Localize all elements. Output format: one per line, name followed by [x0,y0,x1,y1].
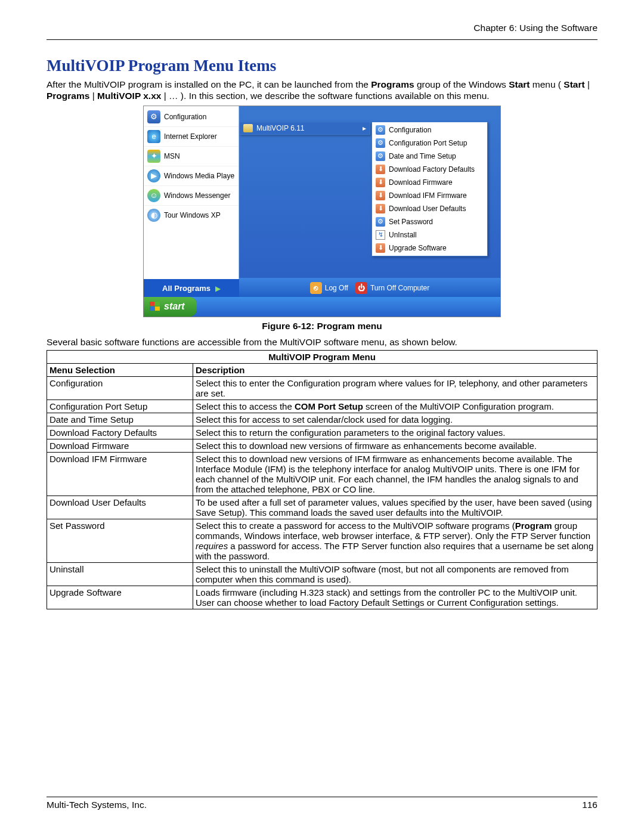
program-item-tour[interactable]: ◐ Tour Windows XP [144,206,239,225]
cell-menu: Uninstall [47,563,193,586]
cell-menu: Download User Defaults [47,496,193,519]
submenu-item-configuration[interactable]: ⚙Configuration [372,123,487,137]
program-item-wmp[interactable]: ▶ Windows Media Playe [144,166,239,186]
program-item-messenger[interactable]: ☺ Windows Messenger [144,186,239,206]
program-label: Configuration [164,113,206,121]
cell-desc: Loads firmware (including H.323 stack) a… [193,586,597,609]
msn-icon: ✦ [147,150,160,163]
download-icon: ⬇ [376,191,385,200]
path-pipe: | [587,79,590,89]
chevron-right-icon: ▸ [363,124,366,132]
tour-icon: ◐ [147,209,160,222]
table-row: Configuration Select this to enter the C… [47,377,597,400]
logoff-icon: ⎋ [310,282,322,294]
start-button[interactable]: start [144,297,197,317]
logoff-bar: ⎋ Log Off ⏻ Turn Off Computer [239,278,500,298]
item-label: Download Firmware [389,178,453,187]
submenu-item-date-time[interactable]: ⚙Date and Time Setup [372,150,487,163]
path-pipe: | [92,91,97,101]
program-label: Internet Explorer [164,132,217,141]
cell-menu: Upgrade Software [47,586,193,609]
page-footer: Multi-Tech Systems, Inc. 116 [47,797,597,810]
table-row: Download Firmware Select this to downloa… [47,439,597,453]
power-icon: ⏻ [355,282,367,294]
turnoff-button[interactable]: ⏻ Turn Off Computer [355,282,429,294]
submenu-multivoip: MultiVOIP 6.11 ▸ [239,122,370,135]
taskbar: start [144,297,500,317]
messenger-icon: ☺ [147,189,160,202]
cell-desc: Select this to uninstall the MultiVOIP s… [193,563,597,586]
programs-bold: Programs [371,79,414,89]
submenu-item-download-user[interactable]: ⬇Download User Defaults [372,202,487,215]
cell-desc: Select this for access to set calendar/c… [193,413,597,426]
page-title: MultiVOIP Program Menu Items [47,57,597,75]
between-paragraph: Several basic software functions are acc… [47,336,597,348]
turnoff-label: Turn Off Computer [370,284,429,292]
item-label: Upgrade Software [389,244,447,252]
start-menu-screenshot: ⚙ Configuration e Internet Explorer ✦ MS… [143,106,501,317]
desc-text: Select this to access the [196,401,295,411]
program-item-configuration[interactable]: ⚙ Configuration [144,107,239,127]
col-header-desc: Description [193,364,597,377]
cell-menu: Download IFM Firmware [47,453,193,496]
program-item-ie[interactable]: e Internet Explorer [144,127,239,147]
item-label: Download Factory Defaults [389,165,475,174]
cell-menu: Date and Time Setup [47,413,193,426]
submenu-item-download-firmware[interactable]: ⬇Download Firmware [372,176,487,189]
config-icon: ⚙ [376,125,385,135]
footer-rule [47,797,597,797]
cell-desc: Select this to return the configuration … [193,426,597,439]
desc-italic: requires [196,541,228,551]
cell-menu: Configuration Port Setup [47,400,193,413]
logoff-button[interactable]: ⎋ Log Off [310,282,348,294]
config-icon: ⚙ [376,138,385,148]
table-row: Download Factory Defaults Select this to… [47,426,597,439]
cell-desc: Select this to download new versions of … [193,439,597,453]
config-icon: ⚙ [376,217,385,227]
cell-menu: Configuration [47,377,193,400]
submenu-multivoip-items: ⚙Configuration ⚙Configuration Port Setup… [371,122,488,256]
cell-desc: To be used after a full set of parameter… [193,496,597,519]
submenu-item-download-factory[interactable]: ⬇Download Factory Defaults [372,163,487,176]
intro-text: After the MultiVOIP program is installed… [47,79,371,89]
config-icon: ⚙ [376,151,385,161]
download-icon: ⬇ [376,243,385,253]
chevron-right-icon: ▶ [215,284,221,293]
table-row: Upgrade Software Loads firmware (includi… [47,586,597,609]
table-row: Uninstall Select this to uninstall the M… [47,563,597,586]
footer-company: Multi-Tech Systems, Inc. [47,800,147,810]
item-label: UnInstall [389,231,417,239]
all-programs-label: All Programs [162,284,210,293]
desc-text: a password for access. The FTP Server fu… [196,541,593,561]
table-row: Set Password Select this to create a pas… [47,519,597,563]
cell-menu: Set Password [47,519,193,563]
ie-icon: e [147,130,160,143]
program-item-msn[interactable]: ✦ MSN [144,147,239,166]
cell-desc: Select this to enter the Configuration p… [193,377,597,400]
item-label: Configuration [389,126,431,134]
config-icon: ⚙ [147,110,160,123]
table-title: MultiVOIP Program Menu [47,351,597,364]
wmp-icon: ▶ [147,169,160,182]
cell-desc: Select this to create a password for acc… [193,519,597,563]
submenu-item-set-password[interactable]: ⚙Set Password [372,215,487,228]
figure-caption: Figure 6-12: Program menu [47,321,597,332]
intro-text: | … ). In this section, we describe the … [164,91,490,101]
path-bold: Start [564,79,584,89]
all-programs-button[interactable]: All Programs ▶ [144,279,239,298]
submenu-item-uninstall[interactable]: ↯UnInstall [372,228,487,241]
program-menu-table: MultiVOIP Program Menu Menu Selection De… [47,350,597,609]
program-label: Tour Windows XP [164,211,221,219]
page-number: 116 [582,800,597,810]
submenu-item-multivoip[interactable]: MultiVOIP 6.11 ▸ [240,122,370,134]
submenu-item-port-setup[interactable]: ⚙Configuration Port Setup [372,137,487,150]
item-label: Download IFM Firmware [389,191,467,200]
submenu-item-download-ifm[interactable]: ⬇Download IFM Firmware [372,189,487,202]
table-row: Download IFM Firmware Select this to dow… [47,453,597,496]
intro-paragraph: After the MultiVOIP program is installed… [47,79,597,102]
header-rule [47,39,597,40]
desc-bold: COM Port Setup [295,401,363,411]
intro-text: menu ( [532,79,564,89]
download-icon: ⬇ [376,204,385,213]
submenu-item-upgrade[interactable]: ⬇Upgrade Software [372,241,487,255]
